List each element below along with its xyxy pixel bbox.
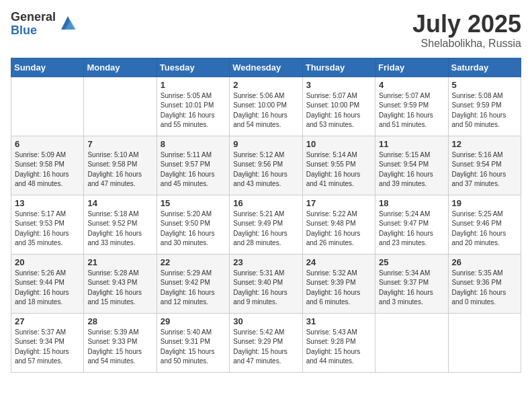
day-number: 30 xyxy=(233,316,298,326)
calendar-cell: 26Sunrise: 5:35 AM Sunset: 9:36 PM Dayli… xyxy=(448,254,521,313)
page-header: General Blue July 2025 Shelabolikha, Rus… xyxy=(11,11,521,50)
day-number: 14 xyxy=(87,198,152,208)
day-number: 25 xyxy=(379,257,444,267)
day-number: 1 xyxy=(161,80,226,90)
day-info: Sunrise: 5:31 AM Sunset: 9:40 PM Dayligh… xyxy=(233,269,298,308)
calendar-cell: 10Sunrise: 5:14 AM Sunset: 9:55 PM Dayli… xyxy=(302,136,375,195)
calendar-cell: 21Sunrise: 5:28 AM Sunset: 9:43 PM Dayli… xyxy=(84,254,157,313)
day-info: Sunrise: 5:15 AM Sunset: 9:54 PM Dayligh… xyxy=(379,150,444,189)
calendar-cell: 31Sunrise: 5:43 AM Sunset: 9:28 PM Dayli… xyxy=(302,313,375,372)
calendar-cell: 22Sunrise: 5:29 AM Sunset: 9:42 PM Dayli… xyxy=(157,254,229,313)
day-info: Sunrise: 5:20 AM Sunset: 9:50 PM Dayligh… xyxy=(161,210,226,248)
column-header-saturday: Saturday xyxy=(448,58,521,77)
day-number: 7 xyxy=(87,139,152,149)
day-info: Sunrise: 5:28 AM Sunset: 9:43 PM Dayligh… xyxy=(87,269,152,308)
day-number: 4 xyxy=(379,80,444,90)
calendar-cell xyxy=(84,77,157,136)
column-header-monday: Monday xyxy=(84,58,157,77)
calendar-cell: 20Sunrise: 5:26 AM Sunset: 9:44 PM Dayli… xyxy=(11,254,84,313)
day-info: Sunrise: 5:14 AM Sunset: 9:55 PM Dayligh… xyxy=(306,150,371,189)
calendar-cell: 11Sunrise: 5:15 AM Sunset: 9:54 PM Dayli… xyxy=(375,136,448,195)
calendar-cell xyxy=(448,313,521,372)
day-info: Sunrise: 5:25 AM Sunset: 9:46 PM Dayligh… xyxy=(452,210,517,248)
day-info: Sunrise: 5:42 AM Sunset: 9:29 PM Dayligh… xyxy=(233,328,298,367)
day-number: 31 xyxy=(306,316,371,326)
day-number: 24 xyxy=(306,257,371,267)
day-number: 15 xyxy=(161,198,226,208)
day-number: 9 xyxy=(233,139,298,149)
calendar-cell: 23Sunrise: 5:31 AM Sunset: 9:40 PM Dayli… xyxy=(230,254,302,313)
day-number: 10 xyxy=(306,139,371,149)
day-info: Sunrise: 5:06 AM Sunset: 10:00 PM Daylig… xyxy=(233,91,298,130)
day-info: Sunrise: 5:21 AM Sunset: 9:49 PM Dayligh… xyxy=(233,210,298,248)
day-info: Sunrise: 5:22 AM Sunset: 9:48 PM Dayligh… xyxy=(306,210,371,248)
calendar-cell: 28Sunrise: 5:39 AM Sunset: 9:33 PM Dayli… xyxy=(84,313,157,372)
logo-general-text: General xyxy=(11,11,56,24)
day-number: 11 xyxy=(379,139,444,149)
day-number: 2 xyxy=(233,80,298,90)
day-info: Sunrise: 5:10 AM Sunset: 9:58 PM Dayligh… xyxy=(87,150,152,189)
day-number: 27 xyxy=(15,316,80,326)
calendar-week-row: 13Sunrise: 5:17 AM Sunset: 9:53 PM Dayli… xyxy=(11,195,521,254)
calendar-cell: 27Sunrise: 5:37 AM Sunset: 9:34 PM Dayli… xyxy=(11,313,84,372)
calendar-week-row: 1Sunrise: 5:05 AM Sunset: 10:01 PM Dayli… xyxy=(11,77,521,136)
calendar-cell: 3Sunrise: 5:07 AM Sunset: 10:00 PM Dayli… xyxy=(302,77,375,136)
day-info: Sunrise: 5:05 AM Sunset: 10:01 PM Daylig… xyxy=(161,91,226,130)
day-number: 12 xyxy=(452,139,517,149)
calendar-cell: 7Sunrise: 5:10 AM Sunset: 9:58 PM Daylig… xyxy=(84,136,157,195)
day-info: Sunrise: 5:43 AM Sunset: 9:28 PM Dayligh… xyxy=(306,328,371,367)
calendar-cell: 18Sunrise: 5:24 AM Sunset: 9:47 PM Dayli… xyxy=(375,195,448,254)
logo-icon xyxy=(58,13,77,32)
calendar-cell: 30Sunrise: 5:42 AM Sunset: 9:29 PM Dayli… xyxy=(230,313,302,372)
day-info: Sunrise: 5:37 AM Sunset: 9:34 PM Dayligh… xyxy=(15,328,80,367)
day-info: Sunrise: 5:34 AM Sunset: 9:37 PM Dayligh… xyxy=(379,269,444,308)
day-number: 17 xyxy=(306,198,371,208)
month-year-title: July 2025 xyxy=(412,11,521,38)
calendar-cell: 2Sunrise: 5:06 AM Sunset: 10:00 PM Dayli… xyxy=(230,77,302,136)
day-info: Sunrise: 5:09 AM Sunset: 9:58 PM Dayligh… xyxy=(15,150,80,189)
column-header-sunday: Sunday xyxy=(11,58,84,77)
calendar-table: SundayMondayTuesdayWednesdayThursdayFrid… xyxy=(11,58,521,373)
day-info: Sunrise: 5:18 AM Sunset: 9:52 PM Dayligh… xyxy=(87,210,152,248)
day-number: 22 xyxy=(161,257,226,267)
day-info: Sunrise: 5:26 AM Sunset: 9:44 PM Dayligh… xyxy=(15,269,80,308)
column-header-thursday: Thursday xyxy=(302,58,375,77)
day-number: 23 xyxy=(233,257,298,267)
calendar-cell: 19Sunrise: 5:25 AM Sunset: 9:46 PM Dayli… xyxy=(448,195,521,254)
day-info: Sunrise: 5:12 AM Sunset: 9:56 PM Dayligh… xyxy=(233,150,298,189)
calendar-cell: 12Sunrise: 5:16 AM Sunset: 9:54 PM Dayli… xyxy=(448,136,521,195)
calendar-cell: 8Sunrise: 5:11 AM Sunset: 9:57 PM Daylig… xyxy=(157,136,229,195)
logo-blue-text: Blue xyxy=(11,24,56,38)
calendar-cell: 17Sunrise: 5:22 AM Sunset: 9:48 PM Dayli… xyxy=(302,195,375,254)
calendar-header-row: SundayMondayTuesdayWednesdayThursdayFrid… xyxy=(11,58,521,77)
logo: General Blue xyxy=(11,11,77,38)
day-number: 3 xyxy=(306,80,371,90)
day-info: Sunrise: 5:32 AM Sunset: 9:39 PM Dayligh… xyxy=(306,269,371,308)
calendar-cell: 16Sunrise: 5:21 AM Sunset: 9:49 PM Dayli… xyxy=(230,195,302,254)
day-number: 29 xyxy=(161,316,226,326)
calendar-cell: 25Sunrise: 5:34 AM Sunset: 9:37 PM Dayli… xyxy=(375,254,448,313)
day-number: 26 xyxy=(452,257,517,267)
day-number: 13 xyxy=(15,198,80,208)
day-info: Sunrise: 5:40 AM Sunset: 9:31 PM Dayligh… xyxy=(161,328,226,367)
title-block: July 2025 Shelabolikha, Russia xyxy=(412,11,521,50)
day-number: 8 xyxy=(161,139,226,149)
calendar-cell: 5Sunrise: 5:08 AM Sunset: 9:59 PM Daylig… xyxy=(448,77,521,136)
day-info: Sunrise: 5:08 AM Sunset: 9:59 PM Dayligh… xyxy=(452,91,517,130)
day-number: 6 xyxy=(15,139,80,149)
day-number: 5 xyxy=(452,80,517,90)
day-info: Sunrise: 5:17 AM Sunset: 9:53 PM Dayligh… xyxy=(15,210,80,248)
day-info: Sunrise: 5:24 AM Sunset: 9:47 PM Dayligh… xyxy=(379,210,444,248)
day-number: 19 xyxy=(452,198,517,208)
column-header-tuesday: Tuesday xyxy=(157,58,229,77)
day-number: 21 xyxy=(87,257,152,267)
calendar-cell: 14Sunrise: 5:18 AM Sunset: 9:52 PM Dayli… xyxy=(84,195,157,254)
day-number: 20 xyxy=(15,257,80,267)
day-info: Sunrise: 5:39 AM Sunset: 9:33 PM Dayligh… xyxy=(87,328,152,367)
calendar-cell: 29Sunrise: 5:40 AM Sunset: 9:31 PM Dayli… xyxy=(157,313,229,372)
calendar-cell: 1Sunrise: 5:05 AM Sunset: 10:01 PM Dayli… xyxy=(157,77,229,136)
day-number: 16 xyxy=(233,198,298,208)
column-header-friday: Friday xyxy=(375,58,448,77)
calendar-cell xyxy=(375,313,448,372)
day-number: 28 xyxy=(87,316,152,326)
